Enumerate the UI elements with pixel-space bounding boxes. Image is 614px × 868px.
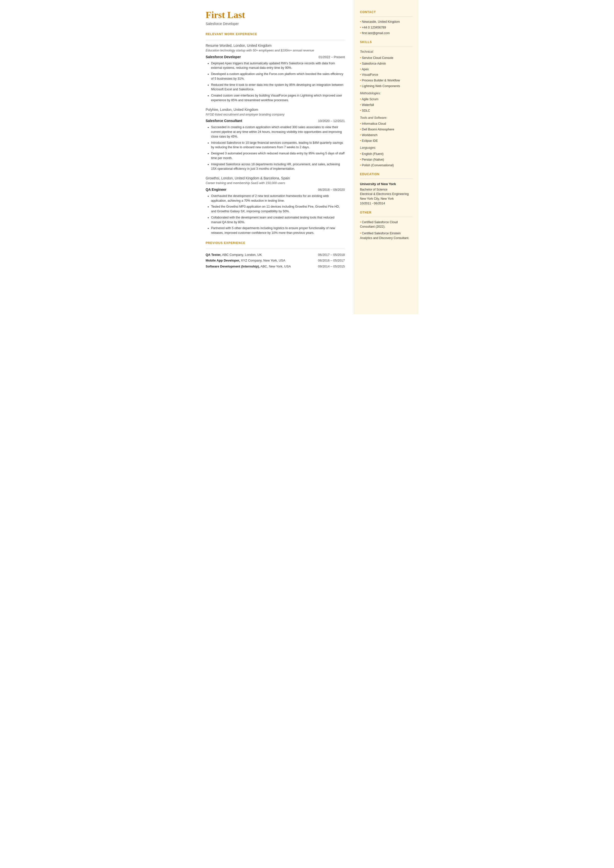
other-divider — [360, 217, 412, 217]
technical-label: Technical: — [360, 50, 412, 54]
prev-job-row: Mobile App Developer, XYZ Company, New Y… — [206, 258, 345, 264]
prev-job-title: Mobile App Developer, XYZ Company, New Y… — [206, 258, 312, 264]
skills-label: SKILLS — [360, 40, 412, 44]
bullet-item: Overhauled the development of 2 new test… — [211, 194, 345, 203]
job-title: Salesforce Developer — [206, 21, 345, 26]
company-growthsi: Growthsi, London, United Kingdom & Barce… — [206, 175, 345, 235]
bullet-item: Designed 3 automated processes which red… — [211, 151, 345, 161]
skill-item: SDLC — [360, 109, 412, 113]
edu-school: University of New York — [360, 182, 412, 186]
section-divider-2 — [206, 248, 345, 249]
previous-jobs-table: QA Tester, ABC Company, London, UK 06/20… — [206, 252, 345, 269]
role-title-2: Salesforce Consultant — [206, 118, 242, 123]
education-section: EDUCATION University of New York Bachelo… — [360, 172, 412, 206]
methodologies-list: Agile Scrum Waterfall SDLC — [360, 97, 412, 113]
contact-label: CONTACT — [360, 10, 412, 14]
bullet-list-3: Overhauled the development of 2 new test… — [206, 194, 345, 235]
relevant-experience-label: RELEVANT WORK EXPERIENCE — [206, 32, 345, 36]
bullet-item: Collaborated with the development team a… — [211, 215, 345, 225]
prev-job-title: QA Tester, ABC Company, London, UK — [206, 252, 312, 258]
technical-skills-list: Service Cloud Console Salesforce Admin A… — [360, 56, 412, 89]
resume-page: First Last Salesforce Developer RELEVANT… — [196, 0, 419, 314]
skill-item: VisualForce — [360, 73, 412, 77]
bullet-item: Introduced Salesforce to 10 large financ… — [211, 141, 345, 150]
company-desc-1: Education technology startup with 50+ em… — [206, 48, 345, 53]
company-desc-2: NYSE-listed recruitment and employer bra… — [206, 112, 345, 117]
role-title-3: QA Engineer — [206, 187, 226, 192]
previous-experience-label: PREVIOUS EXPERIENCE — [206, 241, 345, 245]
contact-item-phone: +44 0 123456789 — [360, 25, 412, 30]
full-name: First Last — [206, 10, 345, 20]
skill-item: Workbench — [360, 133, 412, 138]
contact-divider — [360, 16, 412, 17]
skill-item: Lightning Web Components — [360, 84, 412, 89]
prev-job-dates: 06/2017 – 05/2018 — [312, 252, 345, 258]
languages-list: English (Fluent) Persian (Native) Polish… — [360, 152, 412, 168]
bullet-item: Succeeded in creating a custom applicati… — [211, 125, 345, 139]
skill-item: Salesforce Admin — [360, 61, 412, 66]
bullet-item: Reduced the time it took to enter data i… — [211, 83, 345, 92]
bullet-item: Tested the Growthsi MP3 application on 1… — [211, 204, 345, 214]
other-section: OTHER Certified Salesforce Cloud Consult… — [360, 210, 412, 241]
right-column: CONTACT Newcastle, United Kingdom +44 0 … — [354, 0, 419, 314]
edu-degree: Bachelor of Science Electrical & Electro… — [360, 187, 412, 206]
bullet-item: Integrated Salesforce across 18 departme… — [211, 162, 345, 171]
company-name-1: Resume Worded, London, United Kingdom — [206, 43, 345, 48]
bullet-list-2: Succeeded in creating a custom applicati… — [206, 125, 345, 171]
tools-list: Informatica Cloud Dell Boomi Atmosphere … — [360, 121, 412, 143]
left-column: First Last Salesforce Developer RELEVANT… — [196, 0, 354, 314]
company-resume-worded: Resume Worded, London, United Kingdom Ed… — [206, 43, 345, 103]
bullet-item: Deployed Apex triggers that automaticall… — [211, 61, 345, 70]
skill-item: Apex — [360, 67, 412, 72]
bullet-item: Partnered with 5 other departments inclu… — [211, 226, 345, 235]
company-name-3: Growthsi, London, United Kingdom & Barce… — [206, 175, 345, 181]
contact-section: CONTACT Newcastle, United Kingdom +44 0 … — [360, 10, 412, 36]
skill-item: Informatica Cloud — [360, 121, 412, 126]
prev-job-row: Software Development (Internship), ABC, … — [206, 264, 345, 269]
role-dates-3: 06/2018 – 09/2020 — [318, 187, 345, 192]
company-name-2: Polyhire, London, United Kingdom — [206, 107, 345, 112]
prev-job-dates: 06/2016 – 05/2017 — [312, 258, 345, 264]
skill-item: Process Builder & Workflow — [360, 78, 412, 83]
skill-item: Agile Scrum — [360, 97, 412, 102]
role-dates-1: 01/2022 – Present — [318, 55, 345, 60]
skill-item: Polish (Conversational) — [360, 163, 412, 168]
contact-list: Newcastle, United Kingdom +44 0 12345678… — [360, 20, 412, 36]
skills-divider — [360, 46, 412, 47]
company-desc-3: Career training and membership SaaS with… — [206, 181, 345, 186]
methodologies-label: Methodologies: — [360, 91, 412, 96]
prev-job-title: Software Development (Internship), ABC, … — [206, 264, 312, 269]
skill-item: Waterfall — [360, 103, 412, 107]
skill-item: Eclipse IDE — [360, 138, 412, 143]
skill-item: English (Fluent) — [360, 152, 412, 156]
other-item-1: Certified Salesforce Cloud Consultant (2… — [360, 220, 412, 229]
prev-job-row: QA Tester, ABC Company, London, UK 06/20… — [206, 252, 345, 258]
other-item-2: Certified Salesforce Einstein Analytics … — [360, 231, 412, 241]
prev-job-dates: 09/2014 – 05/2015 — [312, 264, 345, 269]
role-title-1: Salesforce Developer — [206, 54, 241, 60]
contact-item-email: first.last@gmail.com — [360, 31, 412, 36]
company-polyhire: Polyhire, London, United Kingdom NYSE-li… — [206, 107, 345, 171]
skills-section: SKILLS Technical: Service Cloud Console … — [360, 40, 412, 168]
section-divider-1 — [206, 40, 345, 40]
relevant-experience-section: RELEVANT WORK EXPERIENCE Resume Worded, … — [206, 32, 345, 235]
tools-label: Tools and Software: — [360, 116, 412, 120]
role-row-1: Salesforce Developer 01/2022 – Present — [206, 54, 345, 60]
previous-experience-section: PREVIOUS EXPERIENCE QA Tester, ABC Compa… — [206, 241, 345, 269]
bullet-item: Developed a custom application using the… — [211, 72, 345, 81]
skill-item: Persian (Native) — [360, 157, 412, 162]
role-row-2: Salesforce Consultant 10/2020 – 12/2021 — [206, 118, 345, 123]
name-block: First Last Salesforce Developer — [206, 10, 345, 26]
other-label: OTHER — [360, 210, 412, 215]
other-text: Certified Salesforce Cloud Consultant (2… — [360, 220, 412, 241]
role-row-3: QA Engineer 06/2018 – 09/2020 — [206, 187, 345, 192]
role-dates-2: 10/2020 – 12/2021 — [318, 118, 345, 123]
education-label: EDUCATION — [360, 172, 412, 176]
contact-item-location: Newcastle, United Kingdom — [360, 20, 412, 24]
bullet-list-1: Deployed Apex triggers that automaticall… — [206, 61, 345, 103]
skill-item: Service Cloud Console — [360, 56, 412, 61]
skill-item: Dell Boomi Atmosphere — [360, 127, 412, 132]
languages-label: Languages: — [360, 146, 412, 150]
education-block: University of New York Bachelor of Scien… — [360, 182, 412, 206]
bullet-item: Created custom user-interfaces by buildi… — [211, 93, 345, 103]
